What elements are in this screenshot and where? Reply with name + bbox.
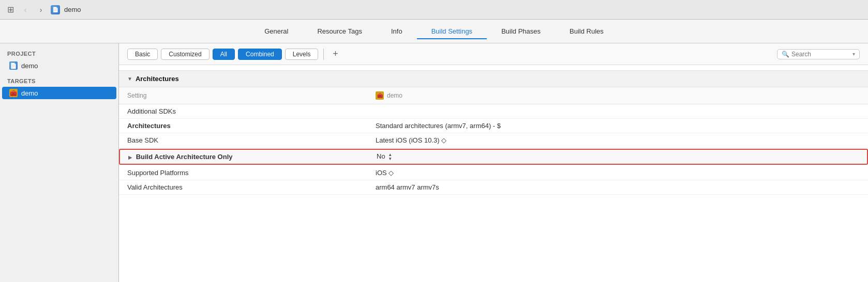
section-collapse-icon[interactable]: ▼ — [127, 76, 132, 82]
setting-name-build-active-arch: ▶ Build Active Architecture Only — [120, 150, 368, 163]
project-breadcrumb-icon: 📄 — [51, 5, 60, 14]
sidebar-item-target-demo[interactable]: 🧰 demo — [2, 87, 116, 99]
stepper-icon[interactable]: ▲▼ — [388, 153, 392, 161]
setting-value-base-sdk: Latest iOS (iOS 10.3) ◇ — [367, 134, 868, 147]
main-area: PROJECT 📄 demo TARGETS 🧰 demo Basic Cust… — [0, 43, 868, 282]
col-demo-label: demo — [387, 92, 402, 99]
setting-name-supported-platforms: Supported Platforms — [119, 166, 367, 179]
row-additional-sdks[interactable]: Additional SDKs — [119, 104, 868, 119]
search-dropdown-icon[interactable]: ▾ — [852, 51, 855, 57]
setting-value-architectures: Standard architectures (armv7, arm64) - … — [367, 119, 868, 132]
row-build-active-arch[interactable]: ▶ Build Active Architecture Only No ▲▼ — [119, 149, 868, 165]
col-header-demo: 🧰 demo — [367, 89, 868, 102]
targets-section-label: TARGETS — [0, 76, 118, 86]
search-input[interactable] — [791, 51, 850, 58]
target-icon: 🧰 — [9, 89, 18, 97]
settings-area: ▼ Architectures Setting 🧰 demo Additiona… — [119, 70, 868, 195]
architectures-section-header: ▼ Architectures — [119, 70, 868, 87]
column-headers: Setting 🧰 demo — [119, 87, 868, 104]
top-bar: ⊞ ‹ › 📄 demo — [0, 0, 868, 20]
filter-all-button[interactable]: All — [213, 49, 235, 60]
filter-customized-button[interactable]: Customized — [161, 49, 209, 60]
tab-build-rules[interactable]: Build Rules — [555, 24, 618, 39]
setting-name-additional-sdks: Additional SDKs — [119, 105, 367, 118]
project-section-label: PROJECT — [0, 49, 118, 59]
setting-value-valid-architectures: arm64 armv7 armv7s — [367, 181, 868, 194]
setting-name-base-sdk: Base SDK — [119, 134, 367, 147]
tab-build-settings[interactable]: Build Settings — [417, 24, 487, 39]
setting-name-valid-architectures: Valid Architectures — [119, 181, 367, 194]
sidebar-item-target-label: demo — [21, 89, 38, 97]
grid-icon[interactable]: ⊞ — [5, 5, 16, 15]
filter-bar: Basic Customized All Combined Levels + 🔍… — [119, 43, 868, 65]
setting-name-architectures: Architectures — [119, 119, 367, 132]
section-title: Architectures — [136, 75, 179, 83]
setting-value-supported-platforms: iOS ◇ — [367, 166, 868, 179]
tab-general[interactable]: General — [250, 24, 303, 39]
col-header-setting: Setting — [119, 90, 367, 101]
search-icon: 🔍 — [782, 51, 789, 58]
sidebar-item-project-label: demo — [21, 62, 38, 70]
row-valid-architectures[interactable]: Valid Architectures arm64 armv7 armv7s — [119, 180, 868, 195]
row-base-sdk[interactable]: Base SDK Latest iOS (iOS 10.3) ◇ — [119, 133, 868, 148]
tab-bar: General Resource Tags Info Build Setting… — [0, 20, 868, 43]
col-demo-icon: 🧰 — [376, 91, 384, 100]
filter-basic-button[interactable]: Basic — [127, 49, 158, 60]
back-button[interactable]: ‹ — [20, 4, 31, 15]
row-architectures[interactable]: Architectures Standard architectures (ar… — [119, 119, 868, 133]
setting-value-additional-sdks — [367, 109, 868, 114]
tab-resource-tags[interactable]: Resource Tags — [303, 24, 376, 39]
row-expand-icon[interactable]: ▶ — [128, 155, 132, 160]
row-supported-platforms[interactable]: Supported Platforms iOS ◇ — [119, 166, 868, 180]
search-box[interactable]: 🔍 ▾ — [777, 49, 860, 59]
sidebar: PROJECT 📄 demo TARGETS 🧰 demo — [0, 43, 119, 282]
sidebar-item-project[interactable]: 📄 demo — [2, 59, 116, 72]
forward-button[interactable]: › — [35, 4, 47, 15]
breadcrumb-title: demo — [64, 6, 81, 13]
tab-info[interactable]: Info — [377, 24, 417, 39]
filter-combined-button[interactable]: Combined — [238, 49, 282, 60]
project-icon: 📄 — [9, 61, 18, 70]
filter-divider — [323, 49, 324, 60]
filter-add-button[interactable]: + — [329, 48, 341, 60]
content-area: Basic Customized All Combined Levels + 🔍… — [119, 43, 868, 282]
tab-build-phases[interactable]: Build Phases — [487, 24, 555, 39]
setting-value-build-active-arch: No ▲▼ — [368, 150, 867, 164]
filter-levels-button[interactable]: Levels — [285, 49, 319, 60]
